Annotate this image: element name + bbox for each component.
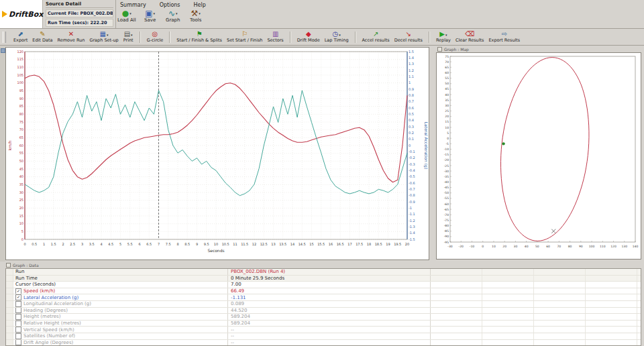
toolbar-button-tools[interactable]: ⚒▾Tools [187,9,205,23]
row-selector-gutter[interactable] [6,282,13,288]
row-checkbox[interactable] [15,327,21,333]
toolbar-button-sectors[interactable]: ▥Sectors [267,31,283,43]
time-series-plot[interactable]: 00.511.522.533.544.555.566.577.588.599.5… [6,48,429,260]
map-graph[interactable]: 757065605550454035302520151050-5-10-15-2… [436,52,641,260]
row-checkbox[interactable] [15,321,21,327]
toolbar-button-set-start-finish[interactable]: ⚐Set Start / Finish [227,31,262,43]
row-checkbox[interactable]: ✓ [15,288,21,294]
panel-grip-icon[interactable] [1,48,5,53]
toolbar-button-g-circle[interactable]: ◎G-circle [147,31,164,43]
left-panel-strip[interactable] [0,46,5,262]
row-checkbox[interactable] [15,314,21,320]
table-cell-empty [482,333,534,339]
dropdown-arrow-icon[interactable]: ▾ [339,33,341,37]
menu-item-summary[interactable]: Summary [119,2,148,8]
dropdown-arrow-icon[interactable]: ▾ [129,11,131,15]
toolbar-button-replay[interactable]: ▶▾Replay [436,31,451,43]
svg-text:-1.4: -1.4 [409,231,415,235]
row-selector-gutter[interactable] [6,308,13,314]
toolbar-button-edit-data[interactable]: ✎Edit Data [32,31,52,43]
row-selector-gutter[interactable] [6,321,13,327]
row-selector-gutter[interactable] [6,340,13,346]
svg-text:-20: -20 [459,245,464,248]
table-row[interactable]: ✓Lateral Acceleration (g)-1.131 [6,294,641,301]
row-selector-gutter[interactable] [6,327,13,333]
row-label: Relative Height (metres) [23,321,81,326]
table-cell-empty [431,340,482,346]
menu-item-options[interactable]: Options [158,2,182,8]
row-checkbox[interactable] [15,340,21,346]
row-selector-gutter[interactable] [6,294,13,300]
toolbar-button-export-results[interactable]: ⇨Export Results [488,31,520,43]
driftbox-logo-icon [2,11,7,17]
toolbar-button-graph[interactable]: ∿▾Graph [164,9,182,23]
row-selector-gutter[interactable] [6,269,13,275]
dropdown-arrow-icon[interactable]: ▾ [131,33,133,37]
toolbar-button-start-finish-splits[interactable]: ⚑Start / Finish & Splits [176,31,222,43]
toolbar-grip[interactable] [3,32,6,43]
toolbar-button-save[interactable]: ▣▾Save [142,9,159,23]
svg-text:115: 115 [17,57,23,61]
table-row[interactable]: Longitudinal Acceleration (g)0.089 [6,301,641,308]
row-checkbox[interactable] [15,308,21,314]
table-cell-empty [534,269,586,275]
row-selector-gutter[interactable] [6,314,13,320]
toolbar-button-lap-timing[interactable]: ◷▾Lap Timing [325,31,349,43]
table-row[interactable]: Heading (Degrees)44.520 [6,308,641,314]
table-row[interactable]: Height (metres)589.204 [6,314,641,321]
table-row[interactable]: Run Time0 Minute 25.9 Seconds [6,276,641,282]
toolbar-button-export[interactable]: ⬈Export [13,31,28,43]
dropdown-arrow-icon[interactable]: ▾ [154,11,156,15]
svg-text:-65: -65 [444,208,449,211]
row-checkbox[interactable]: ✓ [15,294,21,300]
table-row[interactable]: Satellites (Number of)-- [6,333,641,340]
table-cell-empty [586,340,637,346]
table-cell-empty [586,327,637,333]
svg-text:40: 40 [525,245,529,248]
time-graph-panel[interactable]: 00.511.522.533.544.555.566.577.588.599.5… [5,47,429,260]
g-circle-icon: ◎ [152,30,158,38]
row-checkbox[interactable] [15,301,21,307]
table-cell-empty [534,294,586,300]
row-selector-gutter[interactable] [6,301,13,307]
current-file-value: PBOX_002.DBN [80,11,113,16]
table-row[interactable]: RunPBOX_002.DBN (Run 4) [6,269,641,276]
toolbar-button-accel-results[interactable]: ↗Accel results [362,31,390,43]
clear-results-icon: ⌫ [465,30,474,38]
toolbar-icon-row: ▥ [272,31,278,38]
row-label: Heading (Degrees) [23,308,68,313]
dropdown-arrow-icon[interactable]: ▾ [199,11,201,15]
table-cell-empty [534,288,586,294]
svg-text:45: 45 [19,167,23,171]
dropdown-arrow-icon[interactable]: ▾ [107,33,109,37]
svg-text:1.5: 1.5 [51,242,56,246]
table-row[interactable]: ✓Speed (km/h)66.49 [6,288,641,295]
svg-text:-20: -20 [444,158,449,162]
toolbar-button-load-all[interactable]: ●▾Load All [117,9,136,23]
dropdown-arrow-icon[interactable]: ▾ [445,33,447,37]
svg-text:-1.5: -1.5 [409,237,415,241]
menu-item-help[interactable]: Help [193,2,207,8]
table-row[interactable]: Drift Angle (Degrees)-- [6,340,641,346]
toolbar-button-graph-set-up[interactable]: ▦▾Graph Set-up [89,31,118,43]
toolbar-button-remove-run[interactable]: ✕Remove Run [57,31,85,43]
row-selector-gutter[interactable] [6,288,13,294]
row-selector-gutter[interactable] [6,333,13,339]
table-row[interactable]: Cursor (Seconds)7.00 [6,282,641,288]
toolbar-button-decel-results[interactable]: ↘Decel results [394,31,423,43]
table-row[interactable]: Relative Height (metres)589.204 [6,321,641,327]
toolbar-button-drift-mode[interactable]: ◆Drift Mode [297,31,320,43]
main-toolbar: ●▾Load All▣▾Save∿▾Graph⚒▾Tools [117,9,205,28]
toolbar-button-print[interactable]: ▤▾Print [123,31,133,43]
svg-text:130: 130 [621,245,627,248]
table-row[interactable]: Vertical Speed (km/h)-- [6,327,641,333]
track-map-plot[interactable]: 757065605550454035302520151050-5-10-15-2… [437,53,641,259]
toolbar-button-clear-results[interactable]: ⌫Clear Results [455,31,484,43]
table-cell-empty [534,282,586,288]
dropdown-arrow-icon[interactable]: ▾ [176,11,178,15]
svg-text:100: 100 [17,80,23,84]
svg-text:40: 40 [19,174,23,178]
row-selector-gutter[interactable] [6,276,13,282]
row-checkbox[interactable] [15,333,21,339]
row-value-cell: PBOX_002.DBN (Run 4) [228,269,431,275]
